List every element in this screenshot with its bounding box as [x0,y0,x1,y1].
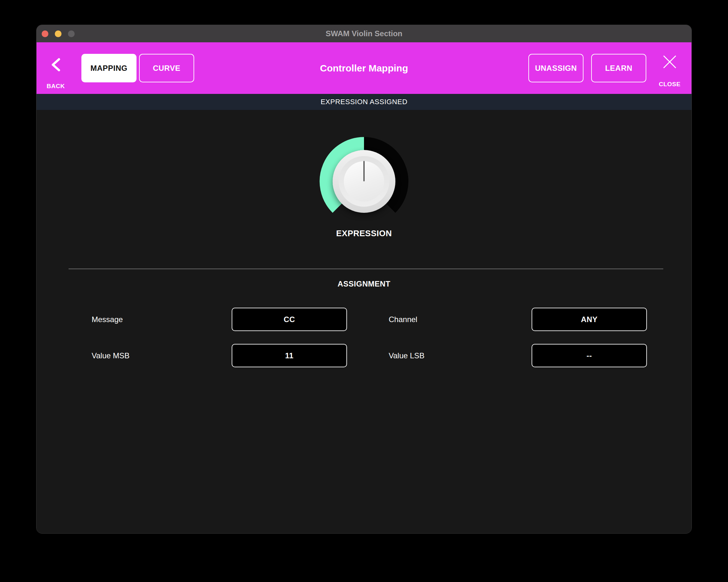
message-label: Message [92,315,232,324]
window-close-button[interactable] [42,30,48,37]
value-lsb-label: Value LSB [347,351,531,360]
status-text: EXPRESSION ASSIGNED [320,98,407,106]
back-label: BACK [47,83,65,90]
header-actions: UNASSIGN LEARN [528,54,646,82]
close-x-icon [662,54,677,70]
value-lsb-field[interactable]: -- [531,344,647,367]
window-title: SWAM Violin Section [326,29,402,38]
status-bar: EXPRESSION ASSIGNED [36,94,692,110]
unassign-button[interactable]: UNASSIGN [528,54,583,82]
expression-knob[interactable] [319,136,409,226]
knob-body [333,150,395,213]
close-button[interactable]: CLOSE [654,54,685,88]
knob-pointer [363,161,365,181]
window-minimize-button[interactable] [55,30,61,37]
knob-label: EXPRESSION [336,228,392,238]
assignment-heading: ASSIGNMENT [337,279,390,288]
chevron-left-icon [51,58,60,73]
assignment-row: Value MSB 11 Value LSB -- [36,344,692,367]
close-label: CLOSE [659,81,681,88]
window-zoom-button[interactable] [68,30,75,37]
channel-field[interactable]: ANY [531,308,647,331]
window-titlebar: SWAM Violin Section [36,25,692,42]
channel-label: Channel [347,315,531,324]
content-area: EXPRESSION ASSIGNMENT Message CC Channel… [36,110,692,533]
value-msb-label: Value MSB [92,351,232,360]
value-msb-field[interactable]: 11 [232,344,347,367]
assignment-row: Message CC Channel ANY [36,308,692,331]
message-field[interactable]: CC [232,308,347,331]
header: BACK MAPPING CURVE Controller Mapping UN… [36,42,692,94]
desktop: { "window": { "title": "SWAM Violin Sect… [0,0,728,582]
tab-bar: MAPPING CURVE [81,54,194,82]
learn-button[interactable]: LEARN [591,54,646,82]
app-window: SWAM Violin Section BACK MAPPING CURVE C… [36,25,692,534]
tab-mapping[interactable]: MAPPING [81,54,136,82]
section-divider [69,269,663,269]
traffic-lights [42,25,75,42]
tab-curve[interactable]: CURVE [139,54,194,82]
back-button[interactable]: BACK [44,58,68,90]
